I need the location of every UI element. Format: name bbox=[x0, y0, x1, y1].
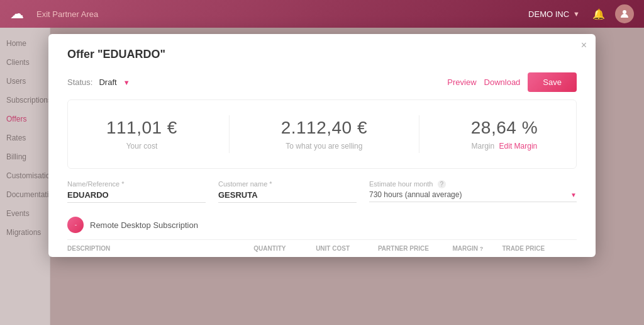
table-header: DESCRIPTION QUANTITY UNIT COST PARTNER P… bbox=[67, 239, 577, 257]
exit-partner-label[interactable]: Exit Partner Area bbox=[36, 9, 528, 19]
customer-value[interactable]: GESRUTA bbox=[218, 190, 357, 203]
estimate-help-icon: ? bbox=[438, 180, 447, 188]
svg-point-0 bbox=[623, 10, 626, 14]
status-chevron-icon[interactable]: ▼ bbox=[123, 79, 130, 86]
margin-help-icon: ? bbox=[480, 246, 484, 252]
selling-label: To what you are selling bbox=[281, 142, 367, 151]
form-row: Name/Reference * EDUARDO Customer name *… bbox=[67, 180, 577, 203]
estimate-field-group: Estimate hour month ? 730 hours (annual … bbox=[369, 180, 577, 203]
status-value: Draft bbox=[99, 77, 116, 87]
estimate-label: Estimate hour month ? bbox=[369, 180, 577, 188]
modal-title: Offer "EDUARDO" bbox=[67, 48, 577, 61]
download-button[interactable]: Download bbox=[484, 77, 521, 87]
estimate-chevron-icon: ▼ bbox=[570, 191, 577, 198]
estimate-value: 730 hours (annual average) bbox=[369, 190, 570, 199]
notification-bell-icon[interactable]: 🔔 bbox=[592, 8, 605, 20]
stat-divider-2 bbox=[419, 115, 419, 153]
preview-button[interactable]: Preview bbox=[447, 77, 476, 87]
product-section: ··· Remote Desktop Subscription DESCRIPT… bbox=[48, 217, 596, 257]
edit-margin-link[interactable]: Edit Margin bbox=[499, 142, 538, 151]
name-field-group: Name/Reference * EDUARDO bbox=[67, 180, 206, 203]
status-label: Status: bbox=[67, 77, 92, 87]
th-quantity: QUANTITY bbox=[253, 245, 316, 252]
status-action-row: Status: Draft ▼ Preview Download Save bbox=[48, 67, 596, 100]
selling-value: 2.112,40 € bbox=[281, 118, 367, 138]
company-chevron-icon[interactable]: ▼ bbox=[573, 10, 580, 18]
product-header-row: ··· Remote Desktop Subscription bbox=[67, 217, 577, 233]
cost-value: 111,01 € bbox=[106, 118, 177, 138]
save-button[interactable]: Save bbox=[528, 72, 577, 92]
top-navigation: ☁ Exit Partner Area DEMO INC ▼ 🔔 bbox=[0, 0, 644, 28]
th-margin: MARGIN ? bbox=[452, 245, 502, 252]
customer-label: Customer name * bbox=[218, 180, 357, 188]
margin-stat: 28,64 % Margin Edit Margin bbox=[471, 118, 538, 151]
stats-box: 111,01 € Your cost 2.112,40 € To what yo… bbox=[67, 100, 577, 169]
stat-divider-1 bbox=[229, 115, 230, 153]
cost-stat: 111,01 € Your cost bbox=[106, 118, 177, 151]
name-value[interactable]: EDUARDO bbox=[67, 190, 206, 203]
modal-header: Offer "EDUARDO" bbox=[48, 34, 596, 67]
form-section: Name/Reference * EDUARDO Customer name *… bbox=[48, 180, 596, 217]
company-name: DEMO INC bbox=[528, 9, 569, 19]
selling-stat: 2.112,40 € To what you are selling bbox=[281, 118, 367, 151]
estimate-select[interactable]: 730 hours (annual average) ▼ bbox=[369, 190, 577, 199]
status-section: Status: Draft ▼ bbox=[67, 77, 130, 87]
product-icon: ··· bbox=[67, 217, 84, 233]
margin-value: 28,64 % bbox=[471, 118, 538, 138]
th-partner-price: PARTNER PRICE bbox=[378, 245, 453, 252]
th-description: DESCRIPTION bbox=[67, 245, 253, 252]
offer-modal: × Offer "EDUARDO" Status: Draft ▼ Previe… bbox=[48, 34, 596, 257]
app-logo: ☁ bbox=[10, 6, 24, 22]
customer-field-group: Customer name * GESRUTA bbox=[218, 180, 357, 203]
name-label: Name/Reference * bbox=[67, 180, 206, 188]
user-avatar[interactable] bbox=[615, 4, 634, 23]
th-trade-price: TRADE PRICE bbox=[502, 245, 577, 252]
modal-close-button[interactable]: × bbox=[581, 40, 587, 50]
action-buttons: Preview Download Save bbox=[447, 72, 577, 92]
product-name: Remote Desktop Subscription bbox=[90, 220, 198, 230]
cost-label: Your cost bbox=[106, 142, 177, 151]
th-unit-cost: UNIT COST bbox=[316, 245, 378, 252]
margin-label: Margin Edit Margin bbox=[471, 142, 538, 151]
modal-overlay: × Offer "EDUARDO" Status: Draft ▼ Previe… bbox=[0, 28, 644, 325]
